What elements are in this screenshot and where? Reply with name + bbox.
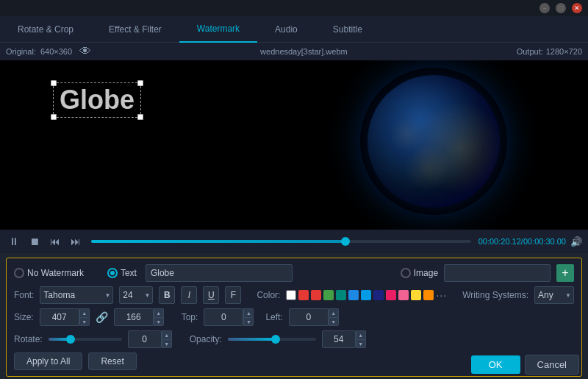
rotate-label: Rotate: bbox=[14, 334, 43, 344]
tab-rotate-crop[interactable]: Rotate & Crop bbox=[0, 16, 91, 43]
size-height-up[interactable]: ▲ bbox=[154, 308, 164, 317]
rotate-down[interactable]: ▼ bbox=[162, 339, 172, 348]
font-size-select[interactable]: 24 12 18 36 48 bbox=[119, 286, 153, 304]
tab-audio[interactable]: Audio bbox=[257, 16, 315, 43]
progress-thumb[interactable] bbox=[341, 237, 350, 246]
watermark-text-input[interactable] bbox=[146, 264, 293, 282]
ok-button[interactable]: OK bbox=[471, 355, 520, 374]
text-watermark-radio[interactable] bbox=[107, 268, 118, 278]
rotate-arrows: ▲ ▼ bbox=[162, 330, 172, 348]
color-swatch-white[interactable] bbox=[286, 290, 296, 300]
tab-watermark[interactable]: Watermark bbox=[179, 16, 257, 43]
watermark-text-overlay[interactable]: Globe bbox=[53, 82, 141, 118]
eye-icon[interactable]: 👁 bbox=[79, 45, 91, 58]
color-swatch-yellow[interactable] bbox=[411, 290, 421, 300]
color-label: Color: bbox=[257, 290, 280, 300]
minimize-button[interactable]: − bbox=[539, 3, 550, 13]
color-swatch-red2[interactable] bbox=[311, 290, 321, 300]
writing-systems-select[interactable]: Any Latin CJK bbox=[534, 286, 574, 304]
color-swatch-darkblue[interactable] bbox=[373, 290, 384, 300]
next-frame-button[interactable]: ⏭ bbox=[68, 233, 84, 249]
text-watermark-option[interactable]: Text bbox=[107, 268, 137, 278]
font-family-wrapper: Tahoma Arial Times New Roman bbox=[40, 286, 113, 304]
size-width-up[interactable]: ▲ bbox=[79, 308, 90, 317]
watermark-handle-bl[interactable] bbox=[51, 114, 57, 120]
apply-to-all-button[interactable]: Apply to All bbox=[14, 353, 82, 370]
size-row: Size: ▲ ▼ 🔗 ▲ ▼ Top: ▲ ▼ Left: bbox=[14, 308, 574, 326]
left-label: Left: bbox=[265, 312, 282, 322]
rotate-slider-thumb[interactable] bbox=[66, 335, 75, 344]
image-path-input[interactable] bbox=[444, 264, 551, 282]
size-width-down[interactable]: ▼ bbox=[79, 317, 90, 326]
font-size-wrapper: 24 12 18 36 48 bbox=[119, 286, 153, 304]
opacity-slider-thumb[interactable] bbox=[271, 335, 280, 344]
size-height-down[interactable]: ▼ bbox=[154, 317, 164, 326]
volume-icon[interactable]: 🔊 bbox=[570, 236, 582, 247]
color-swatch-orange[interactable] bbox=[423, 290, 434, 300]
video-info-bar: Original: 640×360 👁 wednesday[3star].web… bbox=[0, 43, 588, 60]
size-width-input[interactable] bbox=[40, 308, 79, 326]
color-swatch-magenta[interactable] bbox=[386, 290, 396, 300]
close-button[interactable]: ✕ bbox=[572, 3, 582, 13]
top-input[interactable] bbox=[204, 308, 243, 326]
color-swatch-blue2[interactable] bbox=[361, 290, 371, 300]
watermark-handle-tl[interactable] bbox=[51, 80, 57, 86]
top-arrows: ▲ ▼ bbox=[243, 308, 254, 326]
image-watermark-option[interactable]: Image bbox=[401, 268, 438, 278]
progress-fill bbox=[91, 240, 345, 243]
cancel-button[interactable]: Cancel bbox=[525, 355, 579, 375]
progress-track[interactable] bbox=[91, 240, 471, 243]
italic-button[interactable]: I bbox=[181, 286, 197, 304]
more-colors-button[interactable]: ··· bbox=[436, 289, 447, 301]
time-display: 00:00:20.12/00:00:30.00 bbox=[478, 237, 566, 246]
color-swatches: ··· bbox=[286, 289, 447, 301]
watermark-handle-br[interactable] bbox=[137, 114, 143, 120]
top-label: Top: bbox=[182, 312, 198, 322]
left-up[interactable]: ▲ bbox=[329, 308, 339, 317]
color-swatch-pink[interactable] bbox=[398, 290, 409, 300]
color-swatch-green[interactable] bbox=[323, 290, 334, 300]
tab-effect-filter[interactable]: Effect & Filter bbox=[91, 16, 179, 43]
stop-button[interactable]: ⏹ bbox=[26, 233, 43, 249]
prev-frame-button[interactable]: ⏮ bbox=[47, 233, 63, 249]
no-watermark-radio[interactable] bbox=[14, 268, 24, 278]
size-height-input[interactable] bbox=[114, 308, 154, 326]
left-input[interactable] bbox=[289, 308, 329, 326]
rotate-slider[interactable] bbox=[49, 338, 122, 341]
color-swatch-blue1[interactable] bbox=[348, 290, 359, 300]
rotate-up[interactable]: ▲ bbox=[162, 330, 172, 339]
opacity-input[interactable] bbox=[322, 330, 356, 348]
opacity-down[interactable]: ▼ bbox=[356, 339, 366, 348]
tab-bar: Rotate & Crop Effect & Filter Watermark … bbox=[0, 16, 588, 43]
left-down[interactable]: ▼ bbox=[329, 317, 339, 326]
no-watermark-label: No Watermark bbox=[27, 268, 84, 278]
add-image-button[interactable]: + bbox=[556, 264, 574, 282]
color-swatch-red1[interactable] bbox=[298, 290, 309, 300]
maximize-button[interactable]: □ bbox=[556, 3, 566, 13]
strikethrough-button[interactable]: F bbox=[225, 286, 241, 304]
rotate-input[interactable] bbox=[128, 330, 162, 348]
underline-button[interactable]: U bbox=[203, 286, 219, 304]
tab-subtitle[interactable]: Subtitle bbox=[315, 16, 380, 43]
link-size-icon[interactable]: 🔗 bbox=[96, 311, 108, 323]
video-frame: Globe bbox=[0, 60, 588, 230]
color-swatch-teal[interactable] bbox=[336, 290, 346, 300]
opacity-slider-fill bbox=[228, 338, 276, 341]
no-watermark-option[interactable]: No Watermark bbox=[14, 268, 84, 278]
watermark-type-row: No Watermark Text Image + bbox=[14, 264, 574, 282]
globe-glow bbox=[360, 68, 507, 215]
reset-button[interactable]: Reset bbox=[88, 353, 136, 370]
controls-bar: ⏸ ⏹ ⏮ ⏭ 00:00:20.12/00:00:30.00 🔊 bbox=[0, 230, 588, 253]
font-family-select[interactable]: Tahoma Arial Times New Roman bbox=[40, 286, 113, 304]
top-down[interactable]: ▼ bbox=[243, 317, 254, 326]
opacity-slider[interactable] bbox=[228, 338, 316, 341]
top-up[interactable]: ▲ bbox=[243, 308, 254, 317]
title-bar: − □ ✕ bbox=[0, 0, 588, 16]
bold-button[interactable]: B bbox=[159, 286, 175, 304]
rotate-spinner: ▲ ▼ bbox=[128, 330, 172, 348]
image-watermark-radio[interactable] bbox=[401, 268, 411, 278]
size-height-spinner: ▲ ▼ bbox=[114, 308, 164, 326]
opacity-up[interactable]: ▲ bbox=[356, 330, 366, 339]
pause-button[interactable]: ⏸ bbox=[6, 233, 22, 249]
watermark-handle-tr[interactable] bbox=[137, 80, 143, 86]
